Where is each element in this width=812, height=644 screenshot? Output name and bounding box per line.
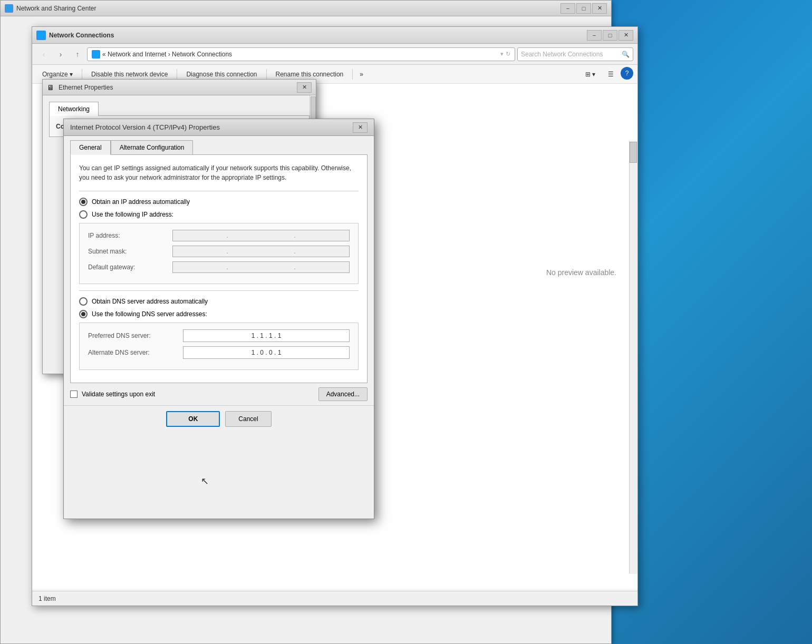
nc-navbar: ‹ › ↑ 🌐 « Network and Internet › Network… bbox=[32, 44, 637, 65]
tcp-tab-content: You can get IP settings assigned automat… bbox=[70, 154, 368, 383]
ip-auto-radio-indicator bbox=[79, 198, 88, 206]
nc-minimize-button[interactable]: − bbox=[587, 30, 602, 41]
search-box[interactable]: Search Network Connections 🔍 bbox=[517, 47, 633, 61]
nsc-titlebar-icon: 🌐 bbox=[5, 4, 13, 13]
dns-fields-group: Preferred DNS server: 1 . 1 . 1 . 1 Alte… bbox=[79, 323, 359, 370]
search-icon: 🔍 bbox=[622, 51, 630, 58]
nc-titlebar-icon: 🌐 bbox=[36, 31, 46, 40]
ip-address-row: IP address: .. bbox=[88, 230, 350, 241]
cancel-button[interactable]: Cancel bbox=[225, 411, 271, 427]
toolbar-separator-2 bbox=[177, 69, 177, 80]
validate-checkbox[interactable] bbox=[70, 391, 78, 398]
ip-manual-radio-indicator bbox=[79, 210, 88, 219]
address-bar[interactable]: 🌐 « Network and Internet › Network Conne… bbox=[87, 47, 515, 61]
alternate-dns-value: 1 . 0 . 0 . 1 bbox=[252, 349, 282, 356]
ok-button[interactable]: OK bbox=[166, 411, 220, 427]
tab-general[interactable]: General bbox=[70, 140, 111, 155]
ip-manual-radio[interactable]: Use the following IP address: bbox=[79, 210, 359, 219]
ip-auto-radio[interactable]: Obtain an IP address automatically bbox=[79, 198, 359, 206]
forward-button[interactable]: › bbox=[53, 47, 68, 61]
nsc-close-button[interactable]: ✕ bbox=[592, 3, 607, 14]
toolbar-separator-4 bbox=[352, 69, 353, 80]
subnet-mask-row: Subnet mask: .. bbox=[88, 246, 350, 257]
validate-row: Validate settings upon exit Advanced... bbox=[64, 383, 374, 405]
desktop: 🌐 Network and Sharing Center − □ ✕ 🌐 Net… bbox=[0, 0, 812, 644]
dns-manual-radio-indicator bbox=[79, 310, 88, 318]
nc-window-title: Network Connections bbox=[49, 32, 587, 39]
eth-tab-networking[interactable]: Networking bbox=[49, 102, 99, 116]
validate-label: Validate settings upon exit bbox=[82, 391, 155, 398]
eth-titlebar: 🖥 Ethernet Properties ✕ bbox=[43, 80, 316, 95]
nc-statusbar: 1 item bbox=[32, 591, 637, 606]
address-bar-text: « Network and Internet › Network Connect… bbox=[102, 51, 232, 58]
tcp-dialog-title: Internet Protocol Version 4 (TCP/IPv4) P… bbox=[70, 123, 353, 131]
help-button[interactable]: ? bbox=[621, 67, 633, 80]
tcp-description: You can get IP settings assigned automat… bbox=[79, 163, 359, 182]
tcp-titlebar: Internet Protocol Version 4 (TCP/IPv4) P… bbox=[64, 119, 374, 136]
nsc-maximize-button[interactable]: □ bbox=[576, 3, 591, 14]
dns-auto-radio[interactable]: Obtain DNS server address automatically bbox=[79, 297, 359, 306]
advanced-button[interactable]: Advanced... bbox=[318, 387, 368, 401]
more-options-button[interactable]: » bbox=[356, 67, 367, 82]
toolbar-view-buttons: ⊞ ▾ ☰ ? bbox=[579, 67, 633, 82]
alternate-dns-label: Alternate DNS server: bbox=[88, 349, 183, 356]
eth-close-button[interactable]: ✕ bbox=[297, 82, 312, 93]
tcp-separator-2 bbox=[79, 290, 359, 291]
ip-address-label: IP address: bbox=[88, 232, 172, 239]
alternate-dns-row: Alternate DNS server: 1 . 0 . 0 . 1 bbox=[88, 346, 350, 359]
preview-pane-button[interactable]: ☰ bbox=[602, 67, 620, 82]
preferred-dns-input[interactable]: 1 . 1 . 1 . 1 bbox=[183, 329, 350, 342]
toolbar-separator-3 bbox=[266, 69, 267, 80]
tcp-dialog-buttons: OK Cancel bbox=[64, 405, 374, 433]
toolbar-separator-1 bbox=[82, 69, 82, 80]
nc-scrollbar[interactable] bbox=[629, 141, 637, 574]
eth-titlebar-icon: 🖥 bbox=[47, 83, 55, 92]
ip-address-input[interactable]: .. bbox=[172, 230, 350, 241]
dns-manual-radio[interactable]: Use the following DNS server addresses: bbox=[79, 310, 359, 318]
nc-item-count: 1 item bbox=[38, 595, 56, 602]
preferred-dns-label: Preferred DNS server: bbox=[88, 332, 183, 339]
search-placeholder: Search Network Connections bbox=[521, 51, 603, 58]
nsc-minimize-button[interactable]: − bbox=[560, 3, 575, 14]
nc-maximize-button[interactable]: □ bbox=[603, 30, 617, 41]
preferred-dns-value: 1 . 1 . 1 . 1 bbox=[252, 332, 282, 339]
gateway-input[interactable]: .. bbox=[172, 261, 350, 273]
ip-address-dots: .. bbox=[177, 232, 345, 239]
tcp-tabs: General Alternate Configuration bbox=[64, 136, 374, 154]
tcp-dialog: Internet Protocol Version 4 (TCP/IPv4) P… bbox=[63, 119, 374, 519]
nc-scroll-thumb[interactable] bbox=[630, 142, 637, 163]
no-preview-text: No preview available. bbox=[546, 268, 616, 277]
tcp-close-button[interactable]: ✕ bbox=[353, 122, 368, 133]
tab-alternate-config[interactable]: Alternate Configuration bbox=[111, 140, 194, 154]
nc-close-button[interactable]: ✕ bbox=[618, 30, 633, 41]
preferred-dns-row: Preferred DNS server: 1 . 1 . 1 . 1 bbox=[88, 329, 350, 342]
nsc-window-title: Network and Sharing Center bbox=[16, 5, 560, 12]
ip-fields-group: IP address: .. Subnet mask: .. bbox=[79, 223, 359, 284]
subnet-mask-input[interactable]: .. bbox=[172, 246, 350, 257]
dns-auto-radio-indicator bbox=[79, 297, 88, 306]
dns-manual-label: Use the following DNS server addresses: bbox=[92, 310, 207, 318]
nsc-titlebar: 🌐 Network and Sharing Center − □ ✕ bbox=[1, 1, 611, 16]
mouse-cursor: ↖ bbox=[201, 475, 209, 487]
dns-auto-label: Obtain DNS server address automatically bbox=[92, 298, 208, 305]
ip-manual-label: Use the following IP address: bbox=[92, 211, 173, 218]
nc-window-controls: − □ ✕ bbox=[587, 30, 633, 41]
nsc-window-controls: − □ ✕ bbox=[560, 3, 607, 14]
subnet-mask-label: Subnet mask: bbox=[88, 248, 172, 255]
alternate-dns-input[interactable]: 1 . 0 . 0 . 1 bbox=[183, 346, 350, 359]
subnet-mask-dots: .. bbox=[177, 248, 345, 255]
up-button[interactable]: ↑ bbox=[70, 47, 85, 61]
gateway-label: Default gateway: bbox=[88, 264, 172, 271]
refresh-button[interactable]: ↻ bbox=[506, 51, 510, 57]
eth-dialog-title: Ethernet Properties bbox=[59, 84, 297, 91]
gateway-row: Default gateway: .. bbox=[88, 261, 350, 273]
view-options-button[interactable]: ⊞ ▾ bbox=[579, 67, 601, 82]
gateway-dots: .. bbox=[177, 264, 345, 271]
address-bar-icon: 🌐 bbox=[92, 50, 100, 58]
back-button[interactable]: ‹ bbox=[36, 47, 51, 61]
nc-titlebar: 🌐 Network Connections − □ ✕ bbox=[32, 27, 637, 44]
tcp-separator-1 bbox=[79, 191, 359, 191]
ip-auto-label: Obtain an IP address automatically bbox=[92, 198, 190, 206]
